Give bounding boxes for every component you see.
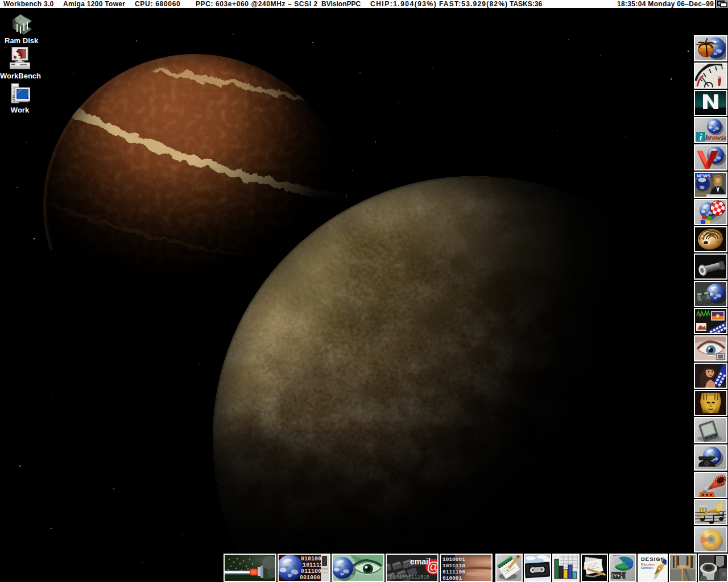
- svg-text:browse: browse: [705, 133, 726, 142]
- svg-text:0101000111010: 0101000111010: [390, 575, 429, 580]
- svg-text:0010001: 0010001: [300, 575, 324, 581]
- svg-text:A: A: [698, 325, 701, 330]
- svg-text:1010001: 1010001: [442, 556, 465, 563]
- svg-text:): ): [624, 573, 626, 579]
- svg-text:NEWS: NEWS: [697, 173, 711, 178]
- svg-text:Software: Software: [641, 566, 653, 569]
- svg-text:1011110: 1011110: [442, 563, 465, 569]
- svg-text:i: i: [700, 132, 702, 142]
- svg-text:(Y+: (Y+: [612, 573, 620, 579]
- svg-text:010001: 010001: [442, 575, 462, 581]
- svg-text:A: A: [621, 576, 623, 580]
- svg-text:DESIGN: DESIGN: [641, 556, 665, 562]
- svg-text:0111100: 0111100: [442, 569, 465, 575]
- svg-text:1: 1: [621, 572, 623, 576]
- svg-text:email: email: [410, 557, 431, 566]
